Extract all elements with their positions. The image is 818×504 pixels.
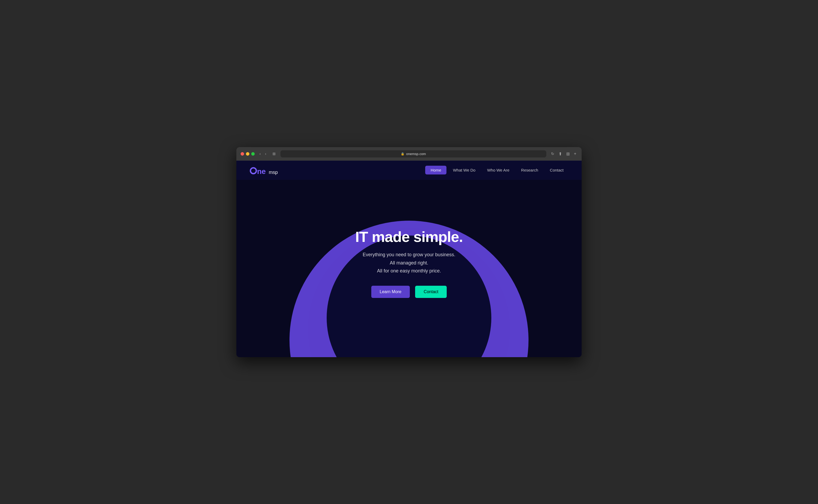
add-tab-button[interactable]: ⊞ — [565, 151, 571, 157]
hero-section: IT made simple. Everything you need to g… — [236, 180, 582, 357]
url-text: onemsp.com — [406, 152, 426, 156]
learn-more-button[interactable]: Learn More — [371, 286, 410, 298]
new-tab-button[interactable]: + — [573, 151, 577, 157]
website-content: ne msp Home What We Do Who We Are Resear… — [236, 161, 582, 357]
hero-subtitle-line2: All managed right. — [390, 260, 428, 266]
share-button[interactable]: ⬆ — [557, 151, 563, 157]
traffic-lights — [241, 152, 255, 156]
back-button[interactable]: ‹ — [258, 151, 262, 156]
svg-text:msp: msp — [269, 170, 278, 175]
hero-subtitle-line3: All for one easy monthly price. — [377, 268, 441, 274]
hero-content: IT made simple. Everything you need to g… — [355, 228, 463, 298]
lock-icon: 🔒 — [401, 152, 404, 156]
forward-button[interactable]: › — [263, 151, 268, 156]
hero-buttons: Learn More Contact — [355, 286, 463, 298]
nav-home[interactable]: Home — [425, 166, 446, 174]
logo: ne msp — [249, 165, 281, 176]
browser-window: ‹ › ⊞ 🔒 onemsp.com ↻ ⬆ ⊞ + ne — [236, 147, 582, 357]
browser-nav-buttons: ‹ › — [258, 151, 268, 156]
hero-subtitle-line1: Everything you need to grow your busines… — [363, 252, 455, 257]
maximize-button[interactable] — [251, 152, 255, 156]
browser-actions: ⬆ ⊞ + — [557, 151, 577, 157]
sidebar-button[interactable]: ⊞ — [271, 151, 277, 156]
svg-text:ne: ne — [257, 167, 266, 176]
refresh-button[interactable]: ↻ — [551, 152, 554, 156]
logo-svg: ne msp — [249, 165, 281, 176]
nav-who-we-are[interactable]: Who We Are — [482, 166, 515, 174]
svg-point-0 — [250, 168, 256, 174]
nav-links: Home What We Do Who We Are Research Cont… — [425, 166, 569, 174]
nav-research[interactable]: Research — [516, 166, 543, 174]
nav-what-we-do[interactable]: What We Do — [448, 166, 481, 174]
address-bar[interactable]: 🔒 onemsp.com — [280, 150, 546, 157]
navbar: ne msp Home What We Do Who We Are Resear… — [236, 161, 582, 180]
minimize-button[interactable] — [246, 152, 249, 156]
hero-title: IT made simple. — [355, 228, 463, 245]
browser-chrome: ‹ › ⊞ 🔒 onemsp.com ↻ ⬆ ⊞ + — [236, 147, 582, 161]
nav-contact[interactable]: Contact — [544, 166, 569, 174]
contact-button[interactable]: Contact — [415, 286, 447, 298]
close-button[interactable] — [241, 152, 244, 156]
hero-subtitle: Everything you need to grow your busines… — [355, 251, 463, 275]
